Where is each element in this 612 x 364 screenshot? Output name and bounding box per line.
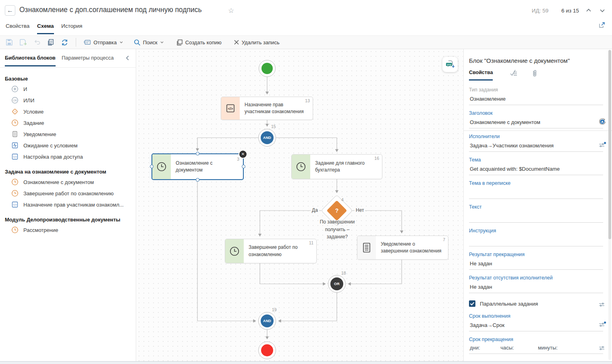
delete-node-button[interactable]: ✕	[239, 150, 247, 159]
back-button[interactable]: ←	[5, 5, 15, 16]
node-stripe	[152, 154, 171, 179]
diagram-canvas[interactable]: </> Назначение прав участникам ознакомле…	[137, 49, 463, 361]
field-instruction: Инструкция	[469, 228, 603, 246]
export-png-button[interactable]: png	[442, 57, 458, 72]
translate-icon[interactable]: A	[598, 118, 606, 126]
start-node[interactable]	[259, 60, 276, 77]
settings-sliders-icon[interactable]	[598, 344, 606, 352]
node-acquaintance-selected[interactable]: Ознакомление с документом 3 ✕	[151, 153, 244, 180]
search-button[interactable]: Поиск	[134, 39, 164, 46]
svg-text:</>: </>	[13, 155, 17, 158]
sidebar-item-label: Завершение работ по ознакомлению	[23, 190, 114, 196]
sidebar-item-acquaintance[interactable]: Ознакомление с документом	[11, 176, 136, 188]
and-gateway-label: AND	[261, 314, 274, 327]
node-label: Назначение прав участникам ознакомления	[240, 97, 313, 120]
clock-icon	[156, 161, 167, 172]
hours-label: часы:	[500, 345, 514, 351]
create-copy-button[interactable]: Создать копию	[176, 39, 222, 46]
sidebar-item-review[interactable]: Рассмотрение	[11, 224, 136, 236]
resize-handle-right[interactable]	[242, 165, 245, 168]
chevron-up-icon[interactable]	[585, 6, 593, 14]
tab-properties[interactable]: Свойства	[6, 23, 29, 33]
sidebar-item-label: ИЛИ	[23, 97, 34, 103]
sidebar-item-wait-condition[interactable]: Ожидание с условием	[11, 140, 136, 151]
export-icon-label: png	[447, 63, 451, 66]
sidebar-item-notification[interactable]: Уведомление	[11, 128, 136, 140]
sidebar-item-and[interactable]: И	[11, 83, 136, 95]
panel-title: Блок "Ознакомление с документом"	[469, 57, 603, 64]
tab-history[interactable]: История	[61, 23, 82, 33]
panel-scrollbar[interactable]	[608, 50, 611, 360]
save-button[interactable]	[6, 39, 13, 46]
settings-sliders-icon[interactable]	[598, 141, 606, 149]
field-task-type: Тип задания Ознакомление	[469, 87, 603, 105]
or-gateway-icon: OR	[11, 97, 19, 104]
field-subject-correspondence: Тема в переписке	[469, 180, 603, 199]
node-stripe	[357, 236, 376, 259]
send-button[interactable]: Отправка	[83, 39, 123, 46]
field-executors: Исполнители Задача→Участники ознакомлени…	[469, 134, 603, 152]
delete-record-label: Удалить запись	[242, 39, 280, 46]
node-chief-accountant-task[interactable]: Задание для главного бухгалтера 16	[291, 154, 382, 179]
node-and-15[interactable]: AND	[258, 129, 276, 147]
field-label: Исполнители	[469, 134, 603, 139]
node-number: 3	[237, 157, 239, 161]
sidebar-item-assign-rights[interactable]: </> Назначение прав участникам ознакомл.…	[11, 199, 136, 210]
copy-block-button[interactable]	[47, 39, 54, 46]
node-or-18[interactable]: OR	[328, 275, 346, 293]
main-tabs: Свойства Схема История	[0, 20, 612, 35]
sidebar-tab-params[interactable]: Параметры процесса	[62, 55, 114, 65]
field-termination-deadline: Срок прекращения дни: часы: минуты:	[469, 337, 603, 354]
node-and-19[interactable]: AND	[258, 312, 276, 330]
parallel-tasks-label: Параллельные задания	[480, 301, 538, 307]
resize-handle-top[interactable]	[196, 152, 199, 155]
open-in-window-icon[interactable]	[598, 21, 606, 29]
field-no-executors-result: Результат отсутствия исполнителей Не зад…	[469, 275, 603, 293]
notification-icon	[11, 130, 19, 138]
undo-button[interactable]	[33, 39, 41, 46]
sidebar-item-condition[interactable]: ? Условие	[11, 106, 136, 117]
sidebar-item-task[interactable]: Задание	[11, 117, 136, 128]
parallel-tasks-checkbox[interactable]	[469, 300, 475, 307]
end-node[interactable]	[258, 341, 276, 359]
node-number: 7	[443, 237, 445, 242]
node-assign-rights[interactable]: </> Назначение прав участникам ознакомле…	[221, 97, 313, 120]
sidebar-item-label: Условие	[23, 109, 44, 115]
node-finish-works[interactable]: Завершение работ по ознакомлению 11	[225, 239, 317, 263]
chevron-down-icon[interactable]	[598, 6, 606, 14]
tab-schema[interactable]: Схема	[37, 23, 54, 34]
block-library-sidebar: Библиотека блоков Параметры процесса Баз…	[0, 49, 136, 361]
settings-sliders-icon[interactable]	[598, 300, 606, 308]
refresh-button[interactable]	[61, 39, 68, 46]
sidebar-item-or[interactable]: OR ИЛИ	[11, 95, 136, 106]
horizontal-scrollbar[interactable]	[0, 361, 612, 364]
field-label: Тема в переписке	[469, 180, 603, 186]
field-parallel-tasks: Параллельные задания	[469, 300, 603, 307]
no-executors-result-value: Не задан	[470, 284, 492, 290]
field-title: Заголовок Ознакомление с документом A	[469, 110, 603, 128]
page-title: Ознакомление с доп.соглашением под личну…	[19, 6, 202, 14]
resize-handle-left[interactable]	[150, 165, 154, 168]
sidebar-tab-library[interactable]: Библиотека блоков	[5, 55, 56, 66]
panel-tab-properties[interactable]: Свойства	[469, 70, 493, 81]
save-and-new-button[interactable]	[19, 39, 27, 46]
resize-handle-bottom[interactable]	[196, 178, 199, 182]
toolbar: Отправка Поиск Создать копию Удалить зап…	[0, 35, 612, 49]
sidebar-item-access-rights[interactable]: </> Настройка прав доступа	[11, 151, 136, 162]
collapse-sidebar-icon[interactable]	[124, 55, 131, 61]
node-number: 19	[272, 307, 277, 312]
node-completion-notification[interactable]: Уведомление о завершении ознакомления 7	[357, 236, 448, 260]
search-label: Поиск	[143, 39, 158, 46]
attachments-tab-icon[interactable]	[530, 69, 539, 78]
favorite-star-icon[interactable]: ☆	[228, 6, 234, 15]
node-label: Ознакомление с документом	[171, 154, 243, 179]
clock-icon	[296, 161, 306, 172]
delete-record-button[interactable]: Удалить запись	[234, 39, 280, 46]
sidebar-section-title: Задача на ознакомление с документом	[5, 169, 136, 175]
svg-text:?: ?	[14, 110, 16, 114]
settings-sliders-icon[interactable]	[598, 321, 606, 329]
field-termination-result: Результат прекращения Не задан	[469, 252, 603, 270]
access-rights-icon: </>	[11, 153, 19, 160]
sidebar-item-finish-works[interactable]: Завершение работ по ознакомлению	[11, 188, 136, 199]
signature-tab-icon[interactable]	[509, 69, 518, 78]
